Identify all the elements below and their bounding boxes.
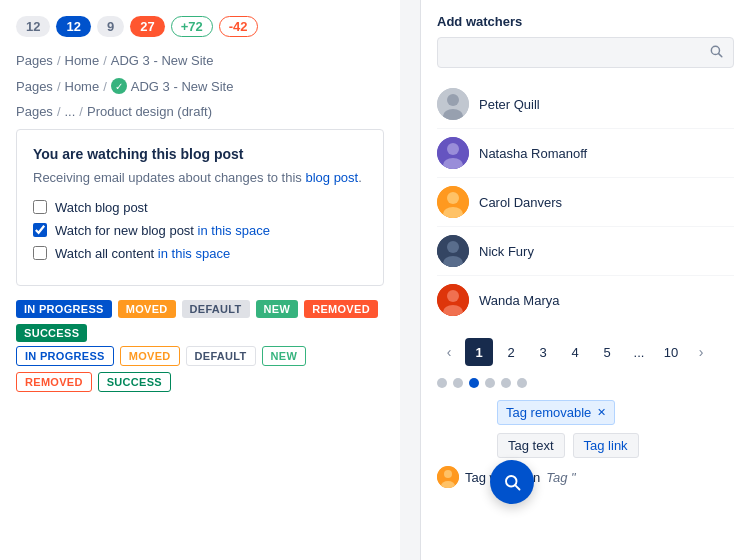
checkbox-watch-blog: Watch blog post — [33, 200, 367, 215]
breadcrumb-home-2[interactable]: Home — [65, 79, 100, 94]
breadcrumb-3: Pages / ... / Product design (draft) — [16, 104, 384, 119]
breadcrumb-ellipsis[interactable]: ... — [65, 104, 76, 119]
avatar-peter — [437, 88, 469, 120]
sep-1a: / — [57, 53, 61, 68]
page-1-button[interactable]: 1 — [465, 338, 493, 366]
user-item-wanda[interactable]: Wanda Marya — [437, 276, 734, 324]
page-2-button[interactable]: 2 — [497, 338, 525, 366]
avatar-nick — [437, 235, 469, 267]
badge-plus72[interactable]: +72 — [171, 16, 213, 37]
tag-with-icon-row: Tag with icon Tag " — [437, 466, 734, 488]
svg-point-5 — [447, 94, 459, 106]
dot-4[interactable] — [485, 378, 495, 388]
badge-9[interactable]: 9 — [97, 16, 124, 37]
checkbox-watch-new-label: Watch for new blog post in this space — [55, 223, 270, 238]
tag-moved-2[interactable]: MOVED — [120, 346, 180, 366]
tag-new-2[interactable]: NEW — [262, 346, 307, 366]
tag-new-1[interactable]: NEW — [256, 300, 299, 318]
tag-text-button[interactable]: Tag text — [497, 433, 565, 458]
tag-text-link-row: Tag text Tag link — [497, 433, 734, 458]
tag-removable-label: Tag removable — [506, 405, 591, 420]
svg-point-11 — [447, 192, 459, 204]
user-name-wanda: Wanda Marya — [479, 293, 559, 308]
breadcrumb-home-1[interactable]: Home — [65, 53, 100, 68]
blog-post-link[interactable]: blog post — [305, 170, 358, 185]
next-page-button[interactable]: › — [689, 340, 713, 364]
badge-12-blue[interactable]: 12 — [56, 16, 90, 37]
tag-default-2[interactable]: DEFAULT — [186, 346, 256, 366]
page-3-button[interactable]: 3 — [529, 338, 557, 366]
dot-2[interactable] — [453, 378, 463, 388]
user-name-nick: Nick Fury — [479, 244, 534, 259]
user-name-natasha: Natasha Romanoff — [479, 146, 587, 161]
svg-line-3 — [719, 54, 722, 57]
dot-1[interactable] — [437, 378, 447, 388]
tag-removed-2[interactable]: REMOVED — [16, 372, 92, 392]
user-name-carol: Carol Danvers — [479, 195, 562, 210]
search-icon — [709, 44, 723, 61]
badge-12-gray[interactable]: 12 — [16, 16, 50, 37]
badge-row: 12 12 9 27 +72 -42 — [16, 16, 384, 37]
right-panel: Add watchers Peter Quill Natasha Romanof… — [420, 0, 750, 560]
page-ellipsis-button[interactable]: ... — [625, 338, 653, 366]
tag-success-2[interactable]: SUCCESS — [98, 372, 171, 392]
check-icon: ✓ — [111, 78, 127, 94]
page-5-button[interactable]: 5 — [593, 338, 621, 366]
svg-point-17 — [447, 290, 459, 302]
breadcrumb-pages-2[interactable]: Pages — [16, 79, 53, 94]
tag-removed-1[interactable]: REMOVED — [304, 300, 378, 318]
page-4-button[interactable]: 4 — [561, 338, 589, 366]
watch-card-title: You are watching this blog post — [33, 146, 367, 162]
checkbox-watch-blog-input[interactable] — [33, 200, 47, 214]
checkbox-watch-blog-label: Watch blog post — [55, 200, 148, 215]
in-this-space-link-2[interactable]: in this space — [158, 246, 230, 261]
user-name-peter: Peter Quill — [479, 97, 540, 112]
user-item-natasha[interactable]: Natasha Romanoff — [437, 129, 734, 178]
tag-removable-row: Tag removable ✕ — [497, 400, 734, 425]
breadcrumb-current-2: ADG 3 - New Site — [131, 79, 234, 94]
avatar-carol — [437, 186, 469, 218]
prev-page-button[interactable]: ‹ — [437, 340, 461, 364]
avatar-wanda — [437, 284, 469, 316]
user-list: Peter Quill Natasha Romanoff Carol Danve… — [437, 80, 734, 324]
breadcrumb-pages-3[interactable]: Pages — [16, 104, 53, 119]
tag-link-button[interactable]: Tag link — [573, 433, 639, 458]
badge-27[interactable]: 27 — [130, 16, 164, 37]
svg-point-8 — [447, 143, 459, 155]
breadcrumb-current-3: Product design (draft) — [87, 104, 212, 119]
svg-point-20 — [444, 470, 452, 478]
breadcrumb-1: Pages / Home / ADG 3 - New Site — [16, 53, 384, 68]
tag-moved-1[interactable]: MOVED — [118, 300, 176, 318]
user-item-carol[interactable]: Carol Danvers — [437, 178, 734, 227]
svg-line-1 — [515, 485, 519, 489]
page-10-button[interactable]: 10 — [657, 338, 685, 366]
tag-inprogress-1[interactable]: IN PROGRESS — [16, 300, 112, 318]
tag-remove-button[interactable]: ✕ — [597, 406, 606, 419]
dot-3-active[interactable] — [469, 378, 479, 388]
tag-success-1[interactable]: SUCCESS — [16, 324, 87, 342]
breadcrumb-pages-1[interactable]: Pages — [16, 53, 53, 68]
search-box[interactable] — [437, 37, 734, 68]
watch-card-desc: Receiving email updates about changes to… — [33, 168, 367, 188]
fab-search-button[interactable] — [490, 460, 534, 504]
dot-6[interactable] — [517, 378, 527, 388]
in-this-space-link-1[interactable]: in this space — [198, 223, 270, 238]
tag-default-1[interactable]: DEFAULT — [182, 300, 250, 318]
add-watchers-label: Add watchers — [437, 14, 734, 29]
checkbox-watch-new: Watch for new blog post in this space — [33, 223, 367, 238]
checkbox-watch-all-input[interactable] — [33, 246, 47, 260]
search-input[interactable] — [448, 45, 703, 60]
checkbox-watch-new-input[interactable] — [33, 223, 47, 237]
avatar-natasha — [437, 137, 469, 169]
checkbox-watch-all: Watch all content in this space — [33, 246, 367, 261]
user-item-nick[interactable]: Nick Fury — [437, 227, 734, 276]
sep-2a: / — [57, 79, 61, 94]
tag-removable-component[interactable]: Tag removable ✕ — [497, 400, 615, 425]
badge-minus42[interactable]: -42 — [219, 16, 258, 37]
user-item-peter[interactable]: Peter Quill — [437, 80, 734, 129]
tag-inprogress-2[interactable]: IN PROGRESS — [16, 346, 114, 366]
tag-with-icon-suffix: Tag " — [546, 470, 575, 485]
breadcrumb-2: Pages / Home / ✓ ADG 3 - New Site — [16, 78, 384, 94]
dots-row — [437, 378, 734, 388]
dot-5[interactable] — [501, 378, 511, 388]
